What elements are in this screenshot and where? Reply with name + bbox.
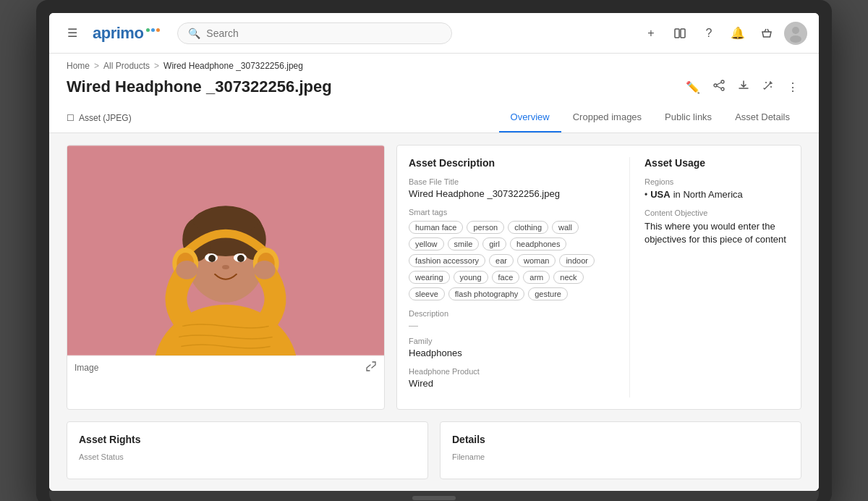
- edit-icon[interactable]: ✏️: [683, 77, 703, 97]
- tab-asset-details[interactable]: Asset Details: [723, 103, 801, 132]
- tag-item[interactable]: clothing: [508, 221, 548, 234]
- tag-item[interactable]: wearing: [409, 271, 450, 284]
- tag-item[interactable]: smile: [448, 237, 480, 250]
- description-value: —: [409, 320, 615, 331]
- svg-line-7: [717, 83, 721, 85]
- tag-item[interactable]: neck: [553, 271, 583, 284]
- asset-type-label: Asset (JPEG): [79, 113, 132, 123]
- svg-point-25: [222, 265, 229, 269]
- tag-item[interactable]: sleeve: [409, 287, 445, 300]
- page-header: Wired Headphone _307322256.jpeg ✏️ ⋮: [49, 74, 819, 103]
- more-options-icon[interactable]: ⋮: [784, 77, 801, 97]
- family-label: Family: [409, 337, 615, 345]
- tag-item[interactable]: headphones: [510, 237, 567, 250]
- tab-public-links[interactable]: Public links: [653, 103, 723, 132]
- share-icon[interactable]: [710, 77, 728, 97]
- svg-rect-0: [675, 29, 679, 38]
- image-container: [67, 146, 384, 355]
- svg-point-4: [721, 80, 724, 83]
- logo[interactable]: aprimo: [93, 24, 160, 43]
- nav-actions: + ? 🔔: [639, 22, 807, 45]
- svg-point-24: [237, 255, 244, 262]
- region-rest: in North America: [673, 189, 743, 200]
- tag-item[interactable]: gesture: [528, 287, 568, 300]
- family-value: Headphones: [409, 348, 615, 358]
- svg-line-8: [717, 86, 721, 88]
- tag-item[interactable]: ear: [489, 254, 514, 267]
- smart-tags-label: Smart tags: [409, 208, 615, 216]
- image-label: Image: [75, 363, 98, 373]
- asset-rights-title: Asset Rights: [79, 434, 416, 445]
- tag-item[interactable]: face: [492, 271, 520, 284]
- asset-status-label: Asset Status: [79, 452, 416, 461]
- svg-point-9: [765, 82, 767, 83]
- tag-item[interactable]: human face: [409, 221, 463, 234]
- tag-item[interactable]: arm: [523, 271, 550, 284]
- regions-label: Regions: [644, 177, 789, 186]
- base-file-title-value: Wired Headphone _307322256.jpeg: [409, 188, 615, 199]
- asset-type-badge: ☐ Asset (JPEG): [67, 106, 132, 130]
- svg-point-30: [176, 261, 197, 279]
- details-panel-bottom: Details Filename: [440, 421, 801, 479]
- help-icon[interactable]: ?: [697, 22, 720, 45]
- logo-dots: [146, 28, 160, 32]
- breadcrumb-all-products[interactable]: All Products: [103, 61, 150, 71]
- notification-icon[interactable]: 🔔: [726, 22, 749, 45]
- search-icon: 🔍: [188, 28, 200, 39]
- breadcrumb-current: Wired Headphone _307322256.jpeg: [163, 61, 303, 71]
- tags-container: human facepersonclothingwallyellowsmileg…: [409, 221, 615, 300]
- top-nav: ☰ aprimo 🔍 + ? 🔔: [49, 13, 819, 54]
- tag-item[interactable]: indoor: [559, 254, 595, 267]
- tag-item[interactable]: flash photography: [448, 287, 524, 300]
- basket-icon[interactable]: [755, 22, 778, 45]
- region-value: • USA in North America: [644, 189, 789, 200]
- tag-item[interactable]: girl: [482, 237, 506, 250]
- expand-icon[interactable]: [365, 361, 377, 374]
- details-panel: Asset Description Base File Title Wired …: [396, 145, 801, 410]
- svg-rect-1: [681, 29, 685, 38]
- tabs-list: Overview Cropped images Public links Ass…: [499, 103, 801, 132]
- headphone-product-label: Headphone Product: [409, 367, 615, 376]
- content-objective-label: Content Objective: [644, 209, 789, 217]
- breadcrumb: Home > All Products > Wired Headphone _3…: [49, 54, 819, 74]
- page-actions: ✏️ ⋮: [683, 77, 801, 97]
- asset-rights-panel: Asset Rights Asset Status: [67, 421, 428, 479]
- tab-cropped-images[interactable]: Cropped images: [561, 103, 653, 132]
- asset-description-title: Asset Description: [409, 157, 615, 169]
- tag-item[interactable]: yellow: [409, 237, 444, 250]
- tabs-row: ☐ Asset (JPEG) Overview Cropped images P…: [49, 103, 819, 133]
- details-title: Details: [452, 434, 789, 445]
- svg-point-10: [770, 86, 772, 88]
- svg-point-2: [792, 27, 799, 34]
- main-content: Image Asset Description Base File Title …: [49, 133, 819, 421]
- page-title: Wired Headphone _307322256.jpeg: [67, 77, 332, 96]
- region-bold: USA: [650, 189, 670, 200]
- hamburger-menu-button[interactable]: ☰: [61, 22, 84, 45]
- svg-point-31: [254, 261, 276, 279]
- asset-usage: Asset Usage Regions • USA in North Ameri…: [644, 157, 789, 397]
- logo-text: aprimo: [93, 24, 143, 43]
- compare-icon[interactable]: [668, 22, 692, 45]
- magic-icon[interactable]: [760, 77, 777, 97]
- tag-item[interactable]: fashion accessory: [409, 254, 485, 267]
- svg-point-5: [714, 84, 717, 87]
- asset-description: Asset Description Base File Title Wired …: [409, 157, 615, 397]
- content-objective-text: This where you would enter the objective…: [644, 220, 789, 246]
- bottom-content: Asset Rights Asset Status Details Filena…: [49, 421, 819, 491]
- filename-label: Filename: [452, 452, 789, 461]
- svg-point-3: [790, 35, 801, 43]
- search-bar: 🔍: [177, 22, 452, 44]
- svg-point-6: [721, 88, 724, 90]
- avatar[interactable]: [784, 22, 807, 45]
- base-file-title-label: Base File Title: [409, 177, 615, 186]
- tag-item[interactable]: young: [454, 271, 488, 284]
- download-icon[interactable]: [735, 77, 752, 97]
- tag-item[interactable]: person: [467, 221, 504, 234]
- tag-item[interactable]: woman: [517, 254, 556, 267]
- tab-overview[interactable]: Overview: [499, 103, 561, 132]
- tag-item[interactable]: wall: [552, 221, 579, 234]
- breadcrumb-home[interactable]: Home: [67, 61, 90, 71]
- asset-usage-title: Asset Usage: [644, 157, 789, 169]
- search-input[interactable]: [206, 28, 441, 39]
- add-button[interactable]: +: [639, 22, 663, 45]
